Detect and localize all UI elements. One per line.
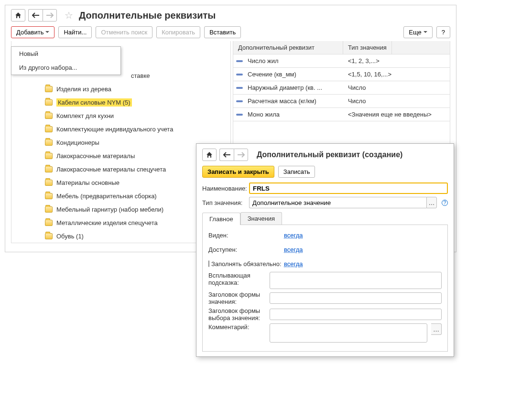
property-name: Число жил: [246, 57, 343, 64]
tree-row[interactable]: Комплект для кухни: [11, 109, 230, 122]
tab-body-main: Виден: всегда Доступен: всегда Заполнять…: [202, 225, 448, 257]
sub-home-button[interactable]: [202, 149, 217, 161]
tree-item-label: Кабели силовые NYM (5): [56, 98, 132, 107]
property-icon: [236, 74, 243, 75]
back-button[interactable]: [28, 9, 43, 21]
name-input[interactable]: [249, 182, 448, 194]
menu-item-from-set[interactable]: Из другого набора...: [11, 61, 120, 75]
arrow-right-icon: [46, 12, 54, 18]
tree-item-label: Изделия из дерева: [56, 86, 111, 93]
folder-icon: [45, 180, 53, 186]
property-row[interactable]: Число жил<1, 2, 3,...>: [233, 54, 450, 68]
visible-value-link[interactable]: всегда: [284, 232, 303, 239]
type-input[interactable]: [249, 197, 426, 208]
folder-icon: [45, 126, 53, 132]
col-header-name: Дополнительный реквизит: [233, 41, 343, 54]
tree-item-label: Материалы основные: [56, 179, 119, 186]
tree-item-label: Лакокрасочные материалы: [56, 152, 135, 160]
tree-row[interactable]: Комплектующие индивидуального учета: [11, 122, 230, 136]
cancel-search-button[interactable]: Отменить поиск: [96, 26, 152, 38]
save-close-button[interactable]: Записать и закрыть: [202, 166, 274, 178]
property-name: Моно жила: [246, 111, 343, 118]
find-button[interactable]: Найти...: [58, 26, 92, 38]
available-value-link[interactable]: всегда: [284, 246, 303, 253]
tree-item-label: Мебель (предварительная сборка): [56, 193, 157, 200]
copy-button[interactable]: Копировать: [156, 26, 200, 38]
property-editor-window: Дополнительный реквизит (создание) Запис…: [196, 143, 454, 257]
tree-item-label: Мебельный гарнитур (набор мебели): [56, 206, 163, 213]
property-icon: [236, 60, 243, 62]
top-navigation: ☆ Дополнительные реквизиты: [11, 9, 450, 21]
sub-window-title: Дополнительный реквизит (создание): [257, 150, 402, 159]
property-type: Число: [343, 84, 450, 91]
property-name: Сечение (кв_мм): [246, 71, 343, 78]
folder-icon: [45, 193, 53, 199]
sub-top-row: Дополнительный реквизит (создание): [202, 149, 448, 161]
tree-item-label: Лакокрасочные материалы спецучета: [56, 166, 166, 173]
sub-back-button[interactable]: [219, 149, 234, 161]
arrow-right-icon: [237, 152, 245, 158]
save-button[interactable]: Записать: [278, 166, 315, 178]
properties-header: Дополнительный реквизит Тип значения: [233, 41, 450, 54]
property-icon: [236, 87, 243, 89]
col-header-type: Тип значения: [343, 41, 392, 54]
tree-row[interactable]: Кабели силовые NYM (5): [11, 96, 230, 109]
tree-item-label: Комплектующие индивидуального учета: [56, 126, 173, 133]
property-type: <Значения еще не введены>: [343, 111, 450, 118]
home-icon: [15, 12, 22, 19]
property-type: Число: [343, 97, 450, 105]
forward-button[interactable]: [43, 9, 57, 21]
property-name: Наружный диаметр (кв. ...: [246, 84, 343, 91]
sub-toolbar: Записать и закрыть Записать: [202, 166, 448, 178]
folder-icon: [45, 233, 53, 239]
home-button[interactable]: [11, 9, 25, 21]
favorite-star-icon[interactable]: ☆: [65, 10, 73, 21]
menu-item-new[interactable]: Новый: [11, 47, 120, 61]
tree-item-label: ставке: [131, 72, 150, 79]
add-dropdown-menu: Новый Из другого набора...: [11, 46, 121, 75]
home-icon: [206, 151, 213, 158]
page-title: Дополнительные реквизиты: [79, 10, 216, 21]
property-type: <1, 2, 3,...>: [343, 57, 450, 64]
folder-icon: [45, 139, 53, 146]
paste-button[interactable]: Вставить: [204, 26, 241, 38]
tab-main[interactable]: Главное: [202, 213, 240, 225]
tab-values[interactable]: Значения: [240, 212, 282, 225]
folder-icon: [45, 206, 53, 213]
tree-row[interactable]: Изделия из дерева: [11, 82, 230, 96]
tree-item-label: Кондиционеры: [56, 139, 99, 146]
available-label: Доступен:: [208, 246, 280, 253]
more-button[interactable]: Еще: [403, 26, 432, 38]
folder-icon: [45, 99, 53, 106]
folder-icon: [45, 153, 53, 159]
folder-icon: [45, 220, 53, 226]
property-type: <1,5, 10, 16,...>: [343, 71, 450, 78]
property-icon: [236, 114, 243, 116]
type-select-button[interactable]: …: [426, 197, 437, 208]
help-icon[interactable]: ?: [442, 200, 448, 206]
property-row[interactable]: Расчетная масса (кг/км)Число: [233, 95, 450, 108]
main-toolbar: Добавить Найти... Отменить поиск Копиров…: [11, 26, 450, 38]
property-row[interactable]: Наружный диаметр (кв. ...Число: [233, 81, 450, 95]
visible-label: Виден:: [208, 232, 280, 239]
tree-item-label: Комплект для кухни: [56, 112, 114, 119]
property-row[interactable]: Сечение (кв_мм)<1,5, 10, 16,...>: [233, 68, 450, 81]
add-button[interactable]: Добавить: [11, 26, 54, 38]
help-button[interactable]: ?: [436, 26, 450, 38]
tree-item-label: Обувь (1): [56, 233, 84, 240]
property-name: Расчетная масса (кг/км): [246, 97, 343, 105]
arrow-left-icon: [32, 12, 40, 18]
property-icon: [236, 100, 243, 102]
folder-icon: [45, 166, 53, 172]
folder-icon: [45, 113, 53, 119]
tree-item-label: Металлические изделия спецучета: [56, 219, 158, 226]
property-row[interactable]: Моно жила<Значения еще не введены>: [233, 108, 450, 121]
folder-icon: [45, 86, 53, 92]
sub-forward-button[interactable]: [234, 149, 248, 161]
arrow-left-icon: [223, 152, 231, 158]
tabs: Главное Значения: [202, 212, 448, 225]
name-label: Наименование:: [202, 185, 246, 192]
type-label: Тип значения:: [202, 199, 246, 206]
